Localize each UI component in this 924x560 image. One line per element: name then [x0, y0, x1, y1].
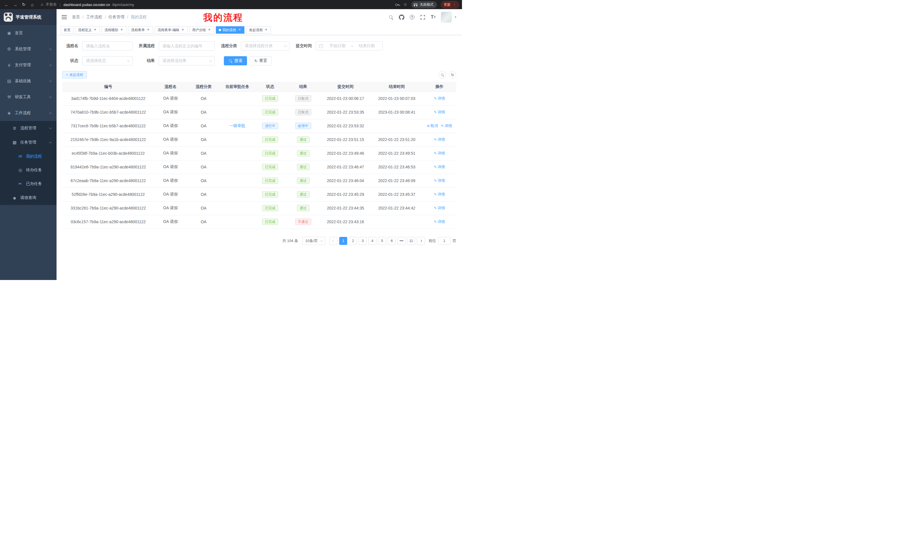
close-icon[interactable]: ×	[93, 28, 97, 32]
detail-link[interactable]: ✎详情	[434, 137, 445, 142]
page-button-5[interactable]: 5	[378, 237, 386, 245]
breadcrumb-item[interactable]: 工作流程	[86, 15, 102, 20]
tab-process-model[interactable]: 流程模型×	[102, 26, 126, 34]
process-name: OA 请假	[154, 119, 187, 133]
select-placeholder: 请选择状态	[86, 58, 106, 63]
hamburger-icon[interactable]	[62, 17, 67, 17]
close-icon[interactable]: ×	[120, 28, 124, 32]
browser-home-icon[interactable]: ⌂	[28, 1, 36, 8]
help-icon[interactable]: ?	[409, 14, 415, 20]
page-button-4[interactable]: 4	[368, 237, 376, 245]
detail-link[interactable]: ✎详情	[434, 192, 445, 197]
close-icon[interactable]: ×	[146, 28, 150, 32]
close-icon[interactable]: ×	[207, 28, 211, 32]
process-def-input[interactable]	[159, 41, 215, 51]
search-button[interactable]: 搜索	[224, 56, 247, 65]
filter-label: 流程分类	[221, 43, 237, 48]
end-date-placeholder: 结束日期	[354, 43, 380, 48]
create-process-button[interactable]: + 发起流程	[62, 71, 87, 78]
page-size-select[interactable]: 10条/页	[302, 237, 325, 245]
forward-icon[interactable]: →	[11, 1, 19, 8]
detail-link[interactable]: ✎详情	[441, 123, 452, 129]
bookmark-star-icon[interactable]: ☆	[404, 2, 407, 7]
logo-area[interactable]: 芋道管理系统	[0, 9, 57, 25]
result-select[interactable]: 请选择流结果	[159, 56, 215, 65]
page-button-3[interactable]: 3	[358, 237, 367, 245]
tab-my-process[interactable]: 我的流程×	[216, 26, 244, 34]
close-icon[interactable]: ×	[181, 28, 185, 32]
page-more-button[interactable]: •••	[398, 237, 405, 245]
avatar[interactable]	[441, 12, 452, 22]
address-bar[interactable]: ⚠ 不安全 | dashboard.yudao.iocoder.cn/bpm/t…	[36, 2, 395, 7]
page-button-11[interactable]: 11	[407, 237, 415, 245]
back-icon[interactable]: ←	[3, 1, 10, 8]
tab-process-definition[interactable]: 流程定义×	[75, 26, 100, 34]
tab-process-form[interactable]: 流程表单×	[128, 26, 153, 34]
toggle-search-button[interactable]	[439, 71, 446, 78]
github-icon[interactable]	[399, 14, 404, 20]
tab-user-group[interactable]: 用户分组×	[189, 26, 214, 34]
key-icon[interactable]	[395, 3, 399, 7]
sidebar-item-leave-query[interactable]: ☻请假查询	[0, 191, 57, 205]
page-button-2[interactable]: 2	[349, 237, 357, 245]
sidebar-item-label: 请假查询	[20, 195, 36, 201]
breadcrumb-item[interactable]: 任务管理	[108, 15, 124, 20]
reset-button[interactable]: ↻ 重置	[250, 56, 272, 65]
chevron-up-icon	[49, 112, 52, 115]
detail-link[interactable]: ✎详情	[434, 205, 445, 211]
user-icon: ☻	[12, 196, 17, 201]
start-date-placeholder: 开始日期	[325, 43, 350, 48]
breadcrumb-item[interactable]: 首页	[72, 15, 80, 20]
goto-page-input[interactable]	[438, 237, 451, 245]
category-select[interactable]: 请选择流程分类	[241, 41, 290, 51]
sidebar-item-home[interactable]: ◉首页	[0, 25, 57, 41]
sidebar-item-devtools[interactable]: ⚒研发工具	[0, 89, 57, 105]
page-button-1[interactable]: 1	[339, 237, 347, 245]
incognito-badge[interactable]: 无痕模式	[411, 1, 437, 8]
process-category: OA	[187, 160, 220, 174]
detail-link[interactable]: ✎详情	[434, 109, 445, 115]
detail-link[interactable]: ✎详情	[434, 219, 445, 225]
next-page-button[interactable]	[417, 237, 425, 245]
kebab-menu-icon[interactable]: ⋮	[453, 3, 456, 7]
process-category: OA	[187, 91, 220, 105]
sidebar-item-payment[interactable]: ¥支付管理	[0, 57, 57, 73]
fontsize-icon[interactable]: TT	[430, 14, 436, 20]
tab-process-form-edit[interactable]: 流程表单-编辑×	[155, 26, 188, 34]
sidebar-item-task-mgmt[interactable]: ▦任务管理	[0, 135, 57, 150]
prev-page-button[interactable]	[330, 237, 338, 245]
detail-link[interactable]: ✎详情	[434, 178, 445, 183]
status-select[interactable]: 请选择状态	[82, 56, 132, 65]
sidebar-item-todo-tasks[interactable]: ◎待办任务	[0, 163, 57, 177]
cancel-link[interactable]: ⊘取消	[427, 123, 438, 129]
fullscreen-icon[interactable]	[420, 14, 426, 20]
table-row: 819442e8-7b9a-11ec-a290-acde48001122OA 请…	[62, 160, 456, 174]
action-label: 详情	[438, 219, 445, 225]
sidebar-item-infrastructure[interactable]: ▤基础设施	[0, 73, 57, 89]
result-cell: 通过	[286, 133, 320, 147]
search-icon[interactable]	[388, 14, 394, 20]
refresh-table-button[interactable]: ↻	[449, 71, 456, 78]
detail-link[interactable]: ✎详情	[434, 165, 445, 169]
caret-down-icon[interactable]: ▼	[454, 16, 457, 18]
reload-icon[interactable]: ↻	[20, 1, 27, 8]
filter-label: 提交时间	[296, 43, 312, 48]
detail-link[interactable]: ✎详情	[434, 96, 445, 101]
process-name-input[interactable]	[82, 41, 132, 51]
sidebar-item-done-tasks[interactable]: ✂已办任务	[0, 177, 57, 191]
tab-home[interactable]: 首页	[61, 26, 74, 34]
tab-start-process[interactable]: 发起流程×	[246, 26, 271, 34]
close-icon[interactable]: ×	[238, 28, 242, 32]
close-icon[interactable]: ×	[264, 28, 268, 32]
update-button[interactable]: 更新 ⋮	[441, 1, 459, 8]
sidebar-item-workflow[interactable]: ◈工作流程	[0, 105, 57, 121]
sidebar-item-system[interactable]: ⚙系统管理	[0, 41, 57, 57]
result-cell: 通过	[286, 147, 320, 160]
detail-link[interactable]: ✎详情	[434, 151, 445, 156]
current-task-link[interactable]: 一级审批	[229, 123, 245, 128]
submit-time-range[interactable]: 开始日期 - 结束日期	[316, 41, 382, 51]
process-id: 3ad174fb-7b9d-11ec-8404-acde48001122	[62, 91, 154, 105]
sidebar-item-my-process[interactable]: ✉我的流程	[0, 150, 57, 163]
page-button-6[interactable]: 6	[388, 237, 396, 245]
sidebar-item-process-mgmt[interactable]: ≣流程管理	[0, 121, 57, 135]
